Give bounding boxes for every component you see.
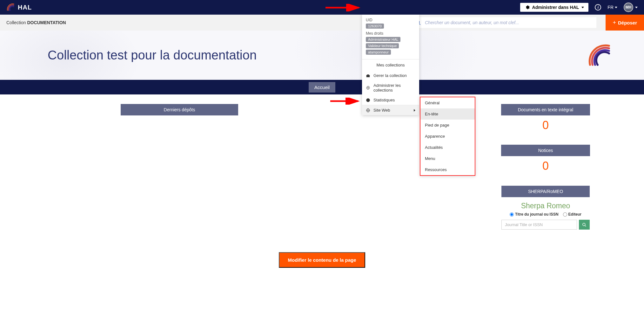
radio-titre-label: Titre du journal ou ISSN — [515, 212, 558, 217]
search-input[interactable] — [425, 20, 593, 25]
left-column: Derniers dépôts — [54, 104, 238, 115]
docs-count: 0 — [501, 115, 590, 138]
submenu-ressources[interactable]: Ressources — [420, 164, 475, 175]
widget-docs-title: Documents en texte intégral — [501, 104, 590, 115]
annotation-arrow-1 — [325, 4, 364, 11]
dp-site-web[interactable]: Site Web — [362, 105, 419, 115]
crumb-name: DOCUMENTATION — [27, 20, 66, 25]
gear-icon — [366, 86, 370, 90]
plus-icon: + — [613, 19, 616, 26]
uid-label: UID — [366, 18, 415, 22]
search-icon — [582, 223, 587, 227]
hero: Collection test pour la documentation — [0, 31, 644, 80]
caret-down-icon — [615, 7, 617, 8]
widget-notices: Notices 0 — [501, 145, 590, 179]
svg-rect-5 — [367, 74, 369, 75]
tag-valideur: Valideur technique — [366, 43, 399, 48]
submenu-menu[interactable]: Menu — [420, 153, 475, 164]
tag-tamponneur: atamponneur — [366, 50, 391, 55]
svg-rect-4 — [366, 75, 370, 77]
dp-gerer-label: Gerer la collection — [373, 73, 407, 78]
hero-wave-icon — [587, 43, 612, 68]
dp-gerer-collection[interactable]: Gerer la collection — [362, 71, 419, 80]
hal-logo[interactable]: HAL — [6, 3, 32, 12]
dp-stats-label: Statistiques — [373, 98, 395, 102]
briefcase-icon — [366, 73, 370, 78]
lang-label: FR — [607, 5, 614, 10]
svg-point-6 — [367, 87, 369, 88]
caret-down-icon — [581, 7, 584, 8]
submenu-pied[interactable]: Pied de page — [420, 120, 475, 131]
svg-point-2 — [583, 223, 585, 225]
right-column: Documents en texte intégral 0 Notices 0 … — [501, 104, 590, 230]
modify-page-button[interactable]: Modifier le contenu de la page — [279, 252, 365, 268]
admin-hal-button[interactable]: Administrer dans HAL — [520, 3, 589, 12]
tag-admin-hal: Administrateur HAL — [366, 37, 400, 42]
avatar-menu[interactable]: MH — [624, 3, 638, 12]
page-title: Collection test pour la documentation — [48, 48, 257, 62]
radio-editeur-input[interactable] — [563, 212, 567, 217]
dp-administrer-label: Administrer les collections — [373, 83, 415, 93]
avatar: MH — [624, 3, 633, 12]
sub-header: Collection DOCUMENTATION — [0, 15, 644, 31]
crumb-prefix: Collection — [6, 20, 27, 25]
uid-tag: 1263070 — [366, 24, 384, 29]
search-bar — [412, 17, 596, 28]
chevron-right-icon — [414, 109, 415, 112]
nav-accueil[interactable]: Accueil — [309, 82, 335, 93]
dp-collections-header: Mes collections — [362, 59, 419, 71]
pie-chart-icon — [366, 98, 370, 102]
radio-editeur-label: Editeur — [568, 212, 581, 217]
admin-btn-label: Administrer dans HAL — [532, 5, 579, 10]
sherpa-input[interactable] — [501, 220, 577, 230]
droits-label: Mes droits — [366, 31, 415, 36]
deposit-button[interactable]: + Déposer — [606, 15, 644, 31]
dp-statistiques[interactable]: Statistiques — [362, 95, 419, 105]
gear-icon — [525, 5, 530, 10]
brand-text: HAL — [18, 4, 32, 11]
breadcrumb: Collection DOCUMENTATION — [6, 20, 66, 25]
admin-dropdown: UID 1263070 Mes droits Administrateur HA… — [362, 15, 419, 115]
widget-derniers-depots: Derniers dépôts — [121, 104, 238, 115]
widget-sherpa-title: SHERPA/RoMEO — [501, 186, 590, 197]
main-nav: Accueil — [0, 80, 644, 94]
submenu-actualites[interactable]: Actualités — [420, 142, 475, 153]
sherpa-logo: Sherpa Romeo — [501, 202, 590, 210]
content: Derniers dépôts Documents en texte intég… — [0, 94, 644, 239]
svg-line-3 — [585, 225, 586, 226]
caret-down-icon — [635, 7, 638, 8]
sherpa-search-button[interactable] — [579, 220, 590, 230]
hal-logo-icon — [6, 3, 15, 12]
globe-icon — [366, 108, 370, 113]
lang-selector[interactable]: FR — [607, 5, 617, 10]
info-icon[interactable]: i — [595, 4, 601, 10]
dp-siteweb-label: Site Web — [373, 108, 390, 113]
widget-sherpa: SHERPA/RoMEO Sherpa Romeo Titre du journ… — [501, 185, 590, 230]
deposit-label: Déposer — [618, 20, 637, 25]
siteweb-submenu: Général En-tête Pied de page Apparence A… — [420, 97, 475, 176]
dp-administrer-collections[interactable]: Administrer les collections — [362, 80, 419, 95]
submenu-apparence[interactable]: Apparence — [420, 131, 475, 142]
radio-editeur[interactable]: Editeur — [563, 212, 581, 217]
submenu-general[interactable]: Général — [420, 97, 475, 108]
radio-titre[interactable]: Titre du journal ou ISSN — [510, 212, 558, 217]
widget-docs: Documents en texte intégral 0 — [501, 104, 590, 138]
top-header: HAL Administrer dans HAL i FR MH — [0, 0, 644, 15]
submenu-entete[interactable]: En-tête — [420, 108, 475, 120]
radio-titre-input[interactable] — [510, 212, 514, 217]
widget-notices-title: Notices — [501, 145, 590, 156]
annotation-arrow-2 — [330, 98, 362, 105]
notices-count: 0 — [501, 156, 590, 179]
